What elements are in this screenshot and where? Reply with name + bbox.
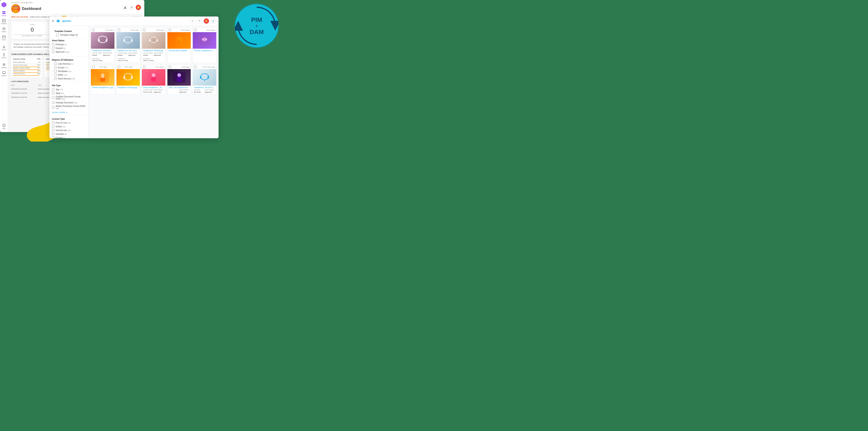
latin-america-checkbox[interactable] (54, 62, 57, 65)
approved-checkbox[interactable] (52, 51, 55, 53)
asset-select-checkbox[interactable] (169, 29, 171, 31)
asset-card[interactable]: Asset (jpeg) Dancing with Headphones.jpe… (167, 28, 191, 63)
hamburger-menu-btn[interactable]: ≡ (52, 19, 54, 23)
user-icon-btn[interactable] (122, 5, 128, 10)
asset-card[interactable]: Source Files (jpg) Headphone_251337713Bl… (192, 64, 216, 94)
sidebar-item-imports[interactable]: Imports (0, 44, 8, 52)
asset-name[interactable]: Dancing with Headphones.jpeg (167, 49, 191, 52)
filter-pdf[interactable]: Portable Document Format (PDF) (40) (50, 95, 88, 101)
europe-checkbox[interactable] (54, 66, 57, 69)
asset-name[interactable]: Headphone-Orange.jpg (117, 86, 140, 88)
show-more-file-types-btn[interactable]: SHOW 4 MORE ∨ (50, 111, 70, 114)
asset-select-checkbox[interactable] (118, 66, 120, 68)
notification-btn[interactable]: 🔔 (204, 18, 209, 24)
pdf-checkbox[interactable] (52, 96, 55, 99)
filter-expired[interactable]: Expired (2) (50, 46, 88, 50)
psd-checkbox[interactable] (52, 106, 55, 109)
sidebar-item-entities[interactable]: Entities (0, 26, 8, 34)
asset-thumbnail (193, 69, 216, 86)
asset-card[interactable]: Asset (jpg) headphones-1837146.jpg Licen… (116, 28, 140, 63)
asset-name[interactable]: headphones-1837146.jpg (117, 49, 140, 52)
dam-body: Template Content Template Image (4) Asse… (50, 26, 219, 138)
asset-card[interactable]: Asset (jpg) ⋯ Headphone-Orange.jpg (116, 64, 140, 94)
asset-card[interactable]: Asset (jpg) JMM_Old Headphones (4).jpg A… (167, 64, 191, 94)
free-to-use-checkbox[interactable] (52, 121, 55, 124)
indesign-label: Indesign Document (19) (56, 102, 77, 104)
notification-btn[interactable]: 🔔 (136, 5, 141, 10)
asset-card[interactable]: Asset (jpeg) Review_Headphone-2.jpeg (192, 28, 216, 63)
asset-select-checkbox[interactable] (92, 29, 95, 31)
europe-license-checkbox[interactable] (52, 136, 55, 138)
asset-name[interactable]: Review_Headphone-2.jpeg (193, 49, 216, 52)
sidebar-item-settings[interactable]: Settings (0, 61, 8, 69)
filter-jpeg[interactable]: Jpeg (61) (50, 91, 88, 95)
filter-europe[interactable]: › Europe (27) (50, 66, 88, 69)
filter-worldwide[interactable]: › Worldwide (31) (50, 69, 88, 73)
sidebar-label-entities: Entities (1, 31, 6, 32)
internal-only-checkbox[interactable] (52, 129, 55, 132)
asset-thumbnail (117, 69, 140, 86)
filter-north-america[interactable]: › North America (76) (50, 77, 88, 81)
asset-select-checkbox[interactable] (143, 29, 146, 31)
asset-select-checkbox[interactable] (118, 29, 120, 31)
north-america-checkbox[interactable] (54, 77, 57, 80)
global-checkbox[interactable] (52, 125, 55, 128)
sidebar-item-help[interactable]: ? Help (0, 122, 8, 131)
asset-expiration: Expiration June 14, 2024 (142, 57, 165, 63)
asset-card[interactable]: Asset (jpeg) Wired Headphone _307322256.… (142, 64, 165, 94)
filter-australia[interactable]: Australia (8) (50, 132, 88, 136)
asset-select-checkbox[interactable] (194, 29, 196, 31)
worldwide-checkbox[interactable] (54, 70, 57, 73)
filter-europe-license[interactable]: Europe (7) (50, 136, 88, 138)
sidebar-item-assets[interactable]: Assets (0, 34, 8, 42)
asset-meta: License Type Asset Status Global Approve… (117, 52, 140, 57)
filter-approved[interactable]: Approved (126) (50, 50, 88, 54)
asset-name[interactable]: Review-Headphone-1.jpg (91, 86, 115, 88)
filter-apac[interactable]: › APAC (34) (50, 73, 88, 77)
cart-btn[interactable]: 🛒 (211, 18, 216, 24)
jpeg-checkbox[interactable] (52, 92, 55, 94)
asset-name[interactable]: headphones-1854090.jpg (91, 49, 115, 52)
filter-indesign[interactable]: Indesign Document (19) (50, 101, 88, 105)
sidebar-item-system[interactable]: System (0, 69, 8, 78)
asset-name[interactable]: headphones-405880.jpg (142, 49, 165, 52)
asset-name[interactable]: Headphone_251337713Blue2.png (193, 86, 216, 88)
topbar-actions: + ? 🔔 🛒 (190, 18, 216, 24)
filter-embargo[interactable]: Embargo (1) (50, 42, 88, 46)
asset-select-checkbox[interactable] (143, 66, 146, 68)
svg-rect-62 (151, 77, 156, 82)
channel-pct-online-store: 77% (37, 58, 40, 60)
asset-card[interactable]: Asset (jpg) ✓ Review-Headphone-1.jpg (91, 64, 115, 94)
help-btn[interactable]: ? (197, 18, 202, 24)
settings-icon-btn[interactable] (129, 5, 134, 10)
apac-checkbox[interactable] (54, 74, 57, 76)
header-actions: 🔔 (122, 5, 141, 10)
filter-internal-only[interactable]: Internal only (15) (50, 128, 88, 132)
sidebar-item-products[interactable]: Products (0, 18, 8, 26)
expired-checkbox[interactable] (52, 47, 55, 49)
indesign-checkbox[interactable] (52, 101, 55, 104)
asset-select-checkbox[interactable] (92, 66, 95, 68)
jpg-checkbox[interactable] (52, 88, 55, 91)
asset-select-checkbox[interactable] (169, 66, 171, 68)
filter-latin-america[interactable]: › Latin America (1) (50, 62, 88, 66)
asset-select-checkbox[interactable] (194, 66, 196, 68)
ops-date: 03/26/2021 05:00 AM (11, 88, 38, 90)
filter-global[interactable]: Global (22) (50, 125, 88, 128)
filter-jpg[interactable]: Jpg (71) (50, 87, 88, 91)
australia-checkbox[interactable] (52, 133, 55, 135)
template-image-checkbox[interactable] (56, 34, 59, 36)
filter-psd[interactable]: Adobe Photoshop Format (PSD) (18) (50, 105, 88, 110)
more-options-icon[interactable]: ⋯ (137, 66, 138, 68)
svg-point-14 (3, 64, 4, 65)
add-btn[interactable]: + (190, 18, 195, 24)
sidebar-item-exports[interactable]: Exports (0, 52, 8, 60)
sidebar-item-activity[interactable]: Activity (0, 9, 8, 18)
asset-card[interactable]: Asset (jpg) headphones-1854090.jpg Licen… (91, 28, 115, 63)
embargo-checkbox[interactable] (52, 43, 55, 46)
stat-label-todo: TODO (13, 24, 51, 26)
filter-free-to-use[interactable]: Free To Use (60) (50, 121, 88, 125)
asset-name[interactable]: JMM_Old Headphones (4).jpg (167, 86, 191, 88)
asset-card[interactable]: Asset (jpg) headphones-405880.jpg Licens… (142, 28, 165, 63)
asset-name[interactable]: Wired Headphone _307322256.jpeg (142, 86, 165, 88)
